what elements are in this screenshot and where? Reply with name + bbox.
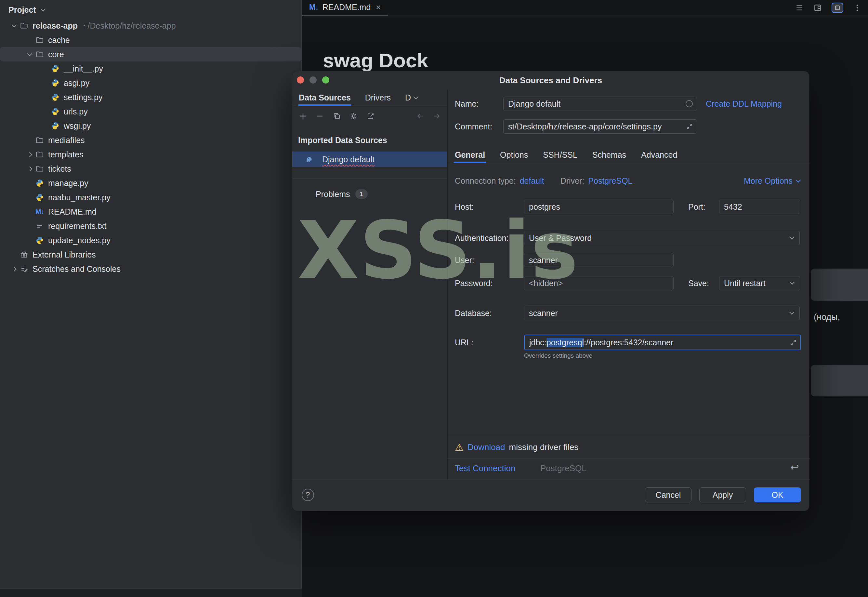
tab-ssh-ssl[interactable]: SSH/SSL (543, 147, 577, 163)
download-link[interactable]: Download (467, 442, 505, 452)
authentication-label: Authentication: (455, 231, 509, 245)
url-hint: Overrides settings above (524, 352, 592, 359)
tree-item-mediafiles[interactable]: mediafiles (0, 133, 301, 147)
tab-schemas[interactable]: Schemas (592, 147, 626, 163)
folder-icon (34, 150, 45, 159)
create-ddl-mapping-link[interactable]: Create DDL Mapping (706, 97, 782, 111)
save-value: Until restart (724, 279, 766, 288)
connection-type-value[interactable]: default (520, 176, 544, 186)
tree-item-label: Scratches and Consoles (33, 264, 121, 274)
settings-icon[interactable] (349, 112, 358, 120)
tree-item-label: README.md (48, 207, 96, 217)
tree-item-naabu-master-py[interactable]: naabu_master.py (0, 190, 301, 205)
more-options[interactable]: More Options (744, 174, 800, 188)
tab-advanced[interactable]: Advanced (641, 147, 677, 163)
chevron-down-icon[interactable] (11, 22, 16, 27)
password-input[interactable]: <hidden> (524, 276, 674, 290)
host-input[interactable]: postgres (524, 200, 674, 214)
tree-item-external-libraries[interactable]: External Libraries (0, 248, 301, 262)
tab-data-sources-label: Data Sources (299, 93, 351, 102)
tab-general[interactable]: General (455, 147, 485, 163)
tree-item-scratches-and-consoles[interactable]: Scratches and Consoles (0, 262, 301, 276)
comment-value: st/Desktop/hz/release-app/core/settings.… (508, 122, 662, 131)
tree-item-urls-py[interactable]: urls.py (0, 104, 301, 119)
revert-icon[interactable]: ↩ (790, 460, 799, 474)
tree-item-manage-py[interactable]: manage.py (0, 176, 301, 190)
tab-readme[interactable]: M↓ README.md × (302, 0, 388, 16)
expand-icon[interactable] (790, 339, 797, 346)
project-header-label: Project (9, 5, 36, 15)
remove-icon[interactable] (316, 112, 324, 120)
port-label: Port: (688, 200, 705, 214)
url-input[interactable]: jdbc:postgresql://postgres:5432/scanner (524, 334, 801, 350)
add-icon[interactable] (299, 112, 307, 120)
ok-button[interactable]: OK (754, 487, 801, 502)
comment-input[interactable]: st/Desktop/hz/release-app/core/settings.… (503, 119, 697, 134)
tree-item-requirements-txt[interactable]: requirements.txt (0, 219, 301, 233)
tool-window-icon[interactable] (832, 3, 843, 13)
tree-item-asgi-py[interactable]: asgi.py (0, 76, 301, 90)
open-in-editor-icon[interactable] (366, 112, 375, 120)
data-source-item-django-default[interactable]: Django default (292, 151, 447, 167)
name-input[interactable]: Django default (503, 97, 697, 111)
structure-icon[interactable] (813, 4, 822, 12)
tree-item-wsgi-py[interactable]: wsgi.py (0, 119, 301, 133)
tree-item-readme-md[interactable]: M↓README.md (0, 205, 301, 219)
tree-item-label: cache (48, 36, 70, 45)
python-icon (50, 64, 61, 73)
tree-item-update-nodes-py[interactable]: update_nodes.py (0, 233, 301, 248)
driver-label: Driver: (561, 174, 585, 188)
apply-button[interactable]: Apply (699, 487, 746, 502)
authentication-value: User & Password (529, 233, 592, 242)
help-button[interactable]: ? (302, 489, 314, 501)
comment-label: Comment: (455, 119, 492, 134)
cancel-button[interactable]: Cancel (645, 487, 691, 502)
database-select[interactable]: scanner (524, 306, 800, 320)
tree-item-init-py[interactable]: __init__.py (0, 61, 301, 76)
user-input[interactable]: scanner (524, 253, 674, 267)
problems-section[interactable]: Problems 1 (316, 187, 368, 201)
tree-item-cache[interactable]: cache (0, 33, 301, 47)
tree-item-settings-py[interactable]: settings.py (0, 90, 301, 104)
database-value: scanner (529, 309, 558, 318)
tree-item-label: asgi.py (64, 78, 89, 88)
close-icon[interactable]: × (376, 2, 381, 12)
test-connection-link[interactable]: Test Connection (455, 461, 515, 475)
tab-data-sources[interactable]: Data Sources (299, 89, 351, 106)
duplicate-icon[interactable] (332, 112, 341, 120)
tab-overflow[interactable]: D (405, 89, 418, 106)
chevron-right-icon[interactable] (27, 166, 32, 171)
back-icon[interactable] (416, 112, 424, 120)
footer-divider (292, 480, 810, 480)
imported-data-sources-header: Imported Data Sources (298, 135, 387, 145)
tree-item-release-app[interactable]: release-app~/Desktop/hz/release-app (0, 19, 301, 33)
save-select[interactable]: Until restart (719, 276, 800, 290)
chevron-right-icon[interactable] (27, 152, 32, 157)
tree-item-tickets[interactable]: tickets (0, 162, 301, 176)
tab-drivers[interactable]: Drivers (365, 89, 391, 106)
folder-icon (34, 165, 45, 173)
port-input[interactable]: 5432 (719, 200, 800, 214)
chevron-down-icon[interactable] (27, 51, 32, 56)
password-value: <hidden> (529, 279, 563, 288)
chevron-down-icon (414, 94, 419, 99)
more-icon[interactable] (853, 4, 862, 12)
postgresql-elephant-icon (304, 155, 315, 163)
data-sources-dialog: Data Sources and Drivers Data Sources Dr… (292, 71, 810, 511)
status-bar (0, 588, 302, 597)
expand-icon[interactable] (686, 123, 693, 130)
tab-options[interactable]: Options (500, 147, 528, 163)
authentication-select[interactable]: User & Password (524, 231, 800, 245)
forward-icon[interactable] (432, 112, 441, 120)
python-icon (34, 236, 45, 245)
chevron-right-icon[interactable] (11, 266, 16, 272)
menu-icon[interactable] (795, 4, 804, 12)
connection-type-row: Connection type: default Driver: Postgre… (455, 174, 632, 188)
password-label: Password: (455, 276, 493, 290)
driver-value-link[interactable]: PostgreSQL (588, 176, 632, 186)
project-header[interactable]: Project (0, 0, 301, 19)
tree-item-templates[interactable]: templates (0, 147, 301, 162)
dialog-title: Data Sources and Drivers (292, 71, 809, 89)
tree-item-core[interactable]: core (0, 47, 301, 61)
more-options-label: More Options (744, 176, 792, 186)
